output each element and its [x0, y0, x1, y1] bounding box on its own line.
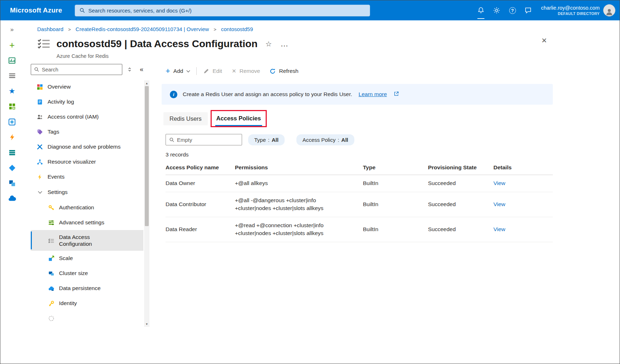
- filter-pill-type[interactable]: Type : All: [248, 134, 285, 145]
- menu-item-data-persistence[interactable]: Data persistence: [31, 281, 143, 296]
- cluster-size-icon: [48, 270, 55, 277]
- blade-content: Dashboard > CreateRedis-contosostd59-202…: [24, 20, 553, 364]
- menu-group-settings[interactable]: Settings: [31, 184, 143, 200]
- menu-item-data-access-configuration[interactable]: Data Access Configuration: [31, 230, 143, 251]
- search-icon: [34, 67, 39, 72]
- scrollbar-thumb[interactable]: [145, 86, 149, 226]
- scroll-down-arrow[interactable]: ▼: [146, 321, 148, 327]
- breadcrumb-dashboard[interactable]: Dashboard: [37, 26, 63, 32]
- menu-item-label: Activity log: [48, 98, 74, 105]
- all-resources-icon[interactable]: [6, 101, 18, 111]
- cell-type: BuiltIn: [359, 196, 424, 213]
- menu-scrollbar: ▲ ▼: [144, 80, 149, 327]
- refresh-icon: [270, 68, 276, 74]
- column-header: Permissions: [231, 160, 359, 175]
- function-app-icon[interactable]: [6, 132, 18, 142]
- menu-item-advanced-settings[interactable]: Advanced settings: [31, 215, 143, 230]
- feedback-icon[interactable]: [520, 0, 536, 20]
- view-details-link[interactable]: View: [493, 226, 505, 232]
- table-row[interactable]: Data Contributor +@all -@dangerous +clus…: [166, 192, 553, 217]
- data-persistence-icon: [48, 285, 55, 292]
- menu-item-access-control[interactable]: Access control (IAM): [31, 109, 143, 124]
- help-icon[interactable]: ?: [505, 0, 520, 20]
- favorites-icon[interactable]: ★: [6, 86, 18, 96]
- view-details-link[interactable]: View: [493, 201, 505, 207]
- expand-rail-icon[interactable]: »: [6, 25, 18, 35]
- edit-button[interactable]: Edit: [203, 68, 222, 74]
- dashboard-icon[interactable]: [6, 55, 18, 65]
- menu-item-tags[interactable]: Tags: [31, 124, 143, 139]
- menu-item-label: Events: [48, 173, 64, 180]
- menu-search[interactable]: [31, 64, 122, 75]
- add-button[interactable]: + Add: [166, 68, 190, 74]
- create-resource-icon[interactable]: +: [6, 40, 18, 50]
- table-row[interactable]: Data Owner +@all allkeys BuiltIn Succeed…: [166, 175, 553, 192]
- global-search-input[interactable]: [88, 8, 365, 14]
- menu-item-label: Overview: [48, 83, 71, 90]
- tab-redis-users[interactable]: Redis Users: [163, 112, 208, 125]
- record-count: 3 records: [166, 151, 553, 158]
- remove-button[interactable]: ✕ Remove: [232, 68, 260, 74]
- refresh-button[interactable]: Refresh: [270, 68, 298, 74]
- breadcrumb-resource[interactable]: contosostd59: [221, 26, 253, 32]
- cosmos-db-icon[interactable]: [6, 163, 18, 173]
- activity-log-icon: [36, 99, 43, 105]
- menu-item-events[interactable]: Events: [31, 169, 143, 184]
- menu-item-diagnose[interactable]: Diagnose and solve problems: [31, 139, 143, 154]
- azure-portal-window: Microsoft Azure ? charlie.roy@contoso.co…: [0, 0, 620, 364]
- close-blade-icon[interactable]: ✕: [541, 36, 547, 45]
- account-directory: DEFAULT DIRECTORY: [541, 11, 600, 16]
- policy-search[interactable]: [166, 134, 242, 145]
- menu-item-label: Advanced settings: [59, 219, 104, 226]
- expand-collapse-icon[interactable]: [127, 67, 132, 72]
- favorite-star-icon[interactable]: ☆: [265, 40, 272, 48]
- cell-type: BuiltIn: [359, 175, 424, 191]
- cell-provisioning-state: Succeeded: [424, 221, 490, 238]
- cloud-services-icon[interactable]: [6, 194, 18, 204]
- menu-search-input[interactable]: [42, 67, 119, 73]
- menu-item-partial[interactable]: [31, 311, 143, 326]
- avatar[interactable]: [603, 4, 615, 16]
- account-info[interactable]: charlie.roy@contoso.com DEFAULT DIRECTOR…: [541, 5, 600, 16]
- all-services-icon[interactable]: [6, 71, 18, 81]
- access-policies-table: Access Policy name Permissions Type Prov…: [166, 160, 553, 242]
- menu-item-resource-visualizer[interactable]: Resource visualizer: [31, 154, 143, 169]
- table-row[interactable]: Data Reader +@read +@connection +cluster…: [166, 217, 553, 242]
- global-search[interactable]: [75, 5, 370, 16]
- storage-icon[interactable]: [6, 148, 18, 158]
- menu-item-label: Access control (IAM): [48, 113, 99, 120]
- policy-search-input[interactable]: [177, 137, 238, 143]
- notifications-icon[interactable]: [473, 0, 489, 20]
- search-icon: [79, 8, 85, 13]
- breadcrumb-create-blade[interactable]: CreateRedis-contosostd59-20240509110734 …: [75, 26, 209, 32]
- annotation-highlight-box: Access Policies: [211, 110, 267, 127]
- view-details-link[interactable]: View: [493, 180, 505, 186]
- settings-gear-icon[interactable]: [489, 0, 505, 20]
- menu-item-cluster-size[interactable]: Cluster size: [31, 266, 143, 281]
- collapse-menu-icon[interactable]: «: [140, 66, 143, 73]
- cell-policy-name: Data Reader: [166, 221, 231, 238]
- monitor-icon[interactable]: [6, 117, 18, 127]
- learn-more-link[interactable]: Learn more: [359, 91, 387, 98]
- search-icon: [169, 137, 174, 143]
- virtual-machines-icon[interactable]: [6, 178, 18, 188]
- cell-permissions: +@read +@connection +cluster|info +clust…: [231, 217, 359, 242]
- filter-pill-access-policy[interactable]: Access Policy : All: [296, 134, 354, 145]
- banner-message: Create a Redis User and assign an access…: [183, 91, 352, 98]
- identity-icon: [48, 300, 55, 307]
- scroll-up-arrow[interactable]: ▲: [146, 80, 148, 86]
- azure-home-link[interactable]: Microsoft Azure: [0, 6, 75, 14]
- table-header-row: Access Policy name Permissions Type Prov…: [166, 160, 553, 175]
- menu-item-identity[interactable]: Identity: [31, 296, 143, 311]
- tab-access-policies[interactable]: Access Policies: [215, 113, 262, 126]
- menu-item-label: Diagnose and solve problems: [48, 143, 120, 150]
- menu-item-authentication[interactable]: Authentication: [31, 200, 143, 215]
- cell-provisioning-state: Succeeded: [424, 175, 490, 191]
- more-options-icon[interactable]: …: [280, 42, 289, 46]
- menu-item-activity-log[interactable]: Activity log: [31, 94, 143, 109]
- menu-item-scale[interactable]: Scale: [31, 251, 143, 266]
- menu-item-label: Identity: [59, 300, 77, 306]
- access-control-icon: [36, 114, 43, 120]
- info-banner: i Create a Redis User and assign an acce…: [162, 84, 553, 105]
- menu-item-overview[interactable]: Overview: [31, 79, 143, 94]
